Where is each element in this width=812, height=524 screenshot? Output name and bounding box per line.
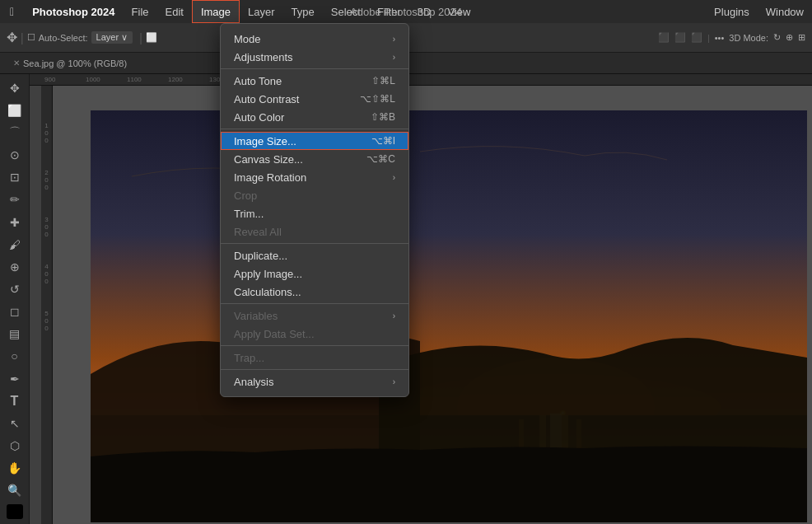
menu-section-4: Duplicate... Apply Image... Calculations… xyxy=(221,244,408,304)
tool-select-rect[interactable]: ⬜ xyxy=(3,100,26,120)
ruler-num-1100: 1100 xyxy=(127,76,168,83)
tool-heal[interactable]: ✚ xyxy=(3,212,26,232)
menu-image[interactable]: Image xyxy=(192,0,240,23)
ruler-v-200: 200 xyxy=(44,169,48,191)
tool-quick-select[interactable]: ⊙ xyxy=(3,144,26,165)
menu-item-adjustments-arrow: › xyxy=(393,53,395,62)
menu-section-5: Variables › Apply Data Set... xyxy=(221,304,408,346)
tab-close-icon[interactable]: ✕ xyxy=(13,58,20,68)
image-dropdown-menu: Mode › Adjustments › Auto Tone ⇧⌘L Auto … xyxy=(220,23,409,397)
toolbar-divider: | xyxy=(21,31,24,44)
tool-hand[interactable]: ✋ xyxy=(3,458,26,479)
menu-item-image-rotation[interactable]: Image Rotation › xyxy=(221,168,408,186)
apple-logo[interactable]:  xyxy=(0,5,24,18)
menu-item-canvas-size-shortcut: ⌥⌘C xyxy=(366,153,395,165)
tool-path-select[interactable]: ↖ xyxy=(3,413,26,433)
menu-item-image-size-shortcut: ⌥⌘I xyxy=(371,135,395,147)
ruler-v-100: 100 xyxy=(44,122,48,144)
menu-item-variables-arrow: › xyxy=(393,311,395,320)
3d-rotate-icon[interactable]: ↻ xyxy=(773,32,781,43)
ruler-vertical: 100 200 300 400 500 xyxy=(41,86,53,524)
menu-item-crop-label: Crop xyxy=(234,189,257,202)
menu-item-auto-tone[interactable]: Auto Tone ⇧⌘L xyxy=(221,72,408,90)
menu-item-mode-label: Mode xyxy=(234,33,261,45)
tool-shape[interactable]: ⬡ xyxy=(3,436,26,456)
menu-item-auto-contrast[interactable]: Auto Contrast ⌥⇧⌘L xyxy=(221,90,408,108)
sunset-svg xyxy=(91,110,807,522)
menu-plugins[interactable]: Plugins xyxy=(706,6,758,18)
align-right-icon[interactable]: ⬛ xyxy=(691,32,702,43)
canvas-image xyxy=(91,110,807,522)
menu-section-1: Mode › Adjustments › xyxy=(221,27,408,69)
menu-item-calculations[interactable]: Calculations... xyxy=(221,283,408,301)
3d-mode-label: 3D Mode: xyxy=(729,33,768,43)
ruler-num-1000: 1000 xyxy=(86,76,127,83)
ruler-v-400: 400 xyxy=(44,263,48,285)
3d-zoom-icon[interactable]: ⊞ xyxy=(798,32,805,43)
menu-item-trap: Trap... xyxy=(221,349,408,367)
menu-item-analysis[interactable]: Analysis › xyxy=(221,372,408,391)
transform-controls[interactable]: ⬜ xyxy=(146,32,157,43)
menu-item-auto-color-shortcut: ⇧⌘B xyxy=(371,111,395,123)
menu-item-auto-tone-label: Auto Tone xyxy=(234,75,282,87)
menu-item-adjustments-label: Adjustments xyxy=(234,51,293,63)
menu-item-duplicate-label: Duplicate... xyxy=(234,250,287,262)
foreground-color[interactable] xyxy=(7,504,23,519)
move-tool-icon[interactable]: ✥ xyxy=(7,30,17,45)
menu-item-apply-data-set: Apply Data Set... xyxy=(221,325,408,343)
menu-item-image-rotation-arrow: › xyxy=(393,173,395,182)
canvas-area: 900 1000 1100 1200 1300 1400 1500 1600 1… xyxy=(30,74,812,524)
menu-section-6: Trap... xyxy=(221,346,408,370)
menu-section-7: Analysis › xyxy=(221,370,408,393)
menu-item-auto-tone-shortcut: ⇧⌘L xyxy=(371,75,395,87)
tab-label: Sea.jpg @ 100% (RGB/8) xyxy=(23,58,127,68)
tool-eraser[interactable]: ◻ xyxy=(3,302,26,322)
menu-item-analysis-label: Analysis xyxy=(234,376,273,388)
menu-item-image-size[interactable]: Image Size... ⌥⌘I xyxy=(221,132,408,150)
menu-layer[interactable]: Layer xyxy=(240,0,283,23)
menu-window[interactable]: Window xyxy=(758,6,812,18)
auto-select-checkbox[interactable]: ☐ xyxy=(27,32,35,43)
auto-select-value[interactable]: Layer ∨ xyxy=(91,31,133,44)
menu-item-apply-data-set-label: Apply Data Set... xyxy=(234,328,315,340)
menu-item-trim[interactable]: Trim... xyxy=(221,204,408,222)
align-left-icon[interactable]: ⬛ xyxy=(658,32,670,43)
menu-edit[interactable]: Edit xyxy=(157,0,192,23)
menu-item-canvas-size-label: Canvas Size... xyxy=(234,153,303,166)
ruler-v-500: 500 xyxy=(44,310,48,332)
menu-type[interactable]: Type xyxy=(283,0,323,23)
menu-item-canvas-size[interactable]: Canvas Size... ⌥⌘C xyxy=(221,150,408,168)
menu-item-trim-label: Trim... xyxy=(234,208,264,220)
tool-dodge[interactable]: ○ xyxy=(3,346,26,367)
align-center-icon[interactable]: ⬛ xyxy=(674,32,686,43)
menu-item-mode[interactable]: Mode › xyxy=(221,30,408,48)
menu-item-adjustments[interactable]: Adjustments › xyxy=(221,48,408,66)
tool-clone[interactable]: ⊕ xyxy=(3,256,26,277)
sea-tab[interactable]: ✕ Sea.jpg @ 100% (RGB/8) xyxy=(7,58,133,68)
menu-item-trap-label: Trap... xyxy=(234,352,264,364)
canvas-background: 100 200 300 400 500 xyxy=(41,86,812,524)
menu-item-auto-color-label: Auto Color xyxy=(234,111,284,124)
menu-file[interactable]: File xyxy=(124,0,157,23)
tool-lasso[interactable]: ⌒ xyxy=(3,122,26,143)
menu-item-auto-contrast-label: Auto Contrast xyxy=(234,93,300,105)
tool-type[interactable]: T xyxy=(3,391,26,411)
tool-pen[interactable]: ✒ xyxy=(3,368,26,389)
menu-section-2: Auto Tone ⇧⌘L Auto Contrast ⌥⇧⌘L Auto Co… xyxy=(221,69,408,129)
menu-item-apply-image[interactable]: Apply Image... xyxy=(221,264,408,283)
menu-item-duplicate[interactable]: Duplicate... xyxy=(221,246,408,264)
tool-eyedropper[interactable]: ✏ xyxy=(3,189,26,210)
tool-move[interactable]: ✥ xyxy=(3,77,26,98)
tool-history-brush[interactable]: ↺ xyxy=(3,278,26,299)
toolbar-divider2: | xyxy=(139,31,142,44)
tool-brush[interactable]: 🖌 xyxy=(3,234,26,255)
menu-item-auto-contrast-shortcut: ⌥⇧⌘L xyxy=(360,93,395,105)
more-options-icon[interactable]: ••• xyxy=(715,33,725,43)
3d-pan-icon[interactable]: ⊕ xyxy=(786,32,793,43)
menu-item-image-size-label: Image Size... xyxy=(234,135,296,147)
tool-crop[interactable]: ⊡ xyxy=(3,167,26,188)
menu-item-auto-color[interactable]: Auto Color ⇧⌘B xyxy=(221,108,408,126)
tool-zoom[interactable]: 🔍 xyxy=(3,480,26,501)
menu-item-image-rotation-label: Image Rotation xyxy=(234,171,306,184)
tool-gradient[interactable]: ▤ xyxy=(3,324,26,344)
